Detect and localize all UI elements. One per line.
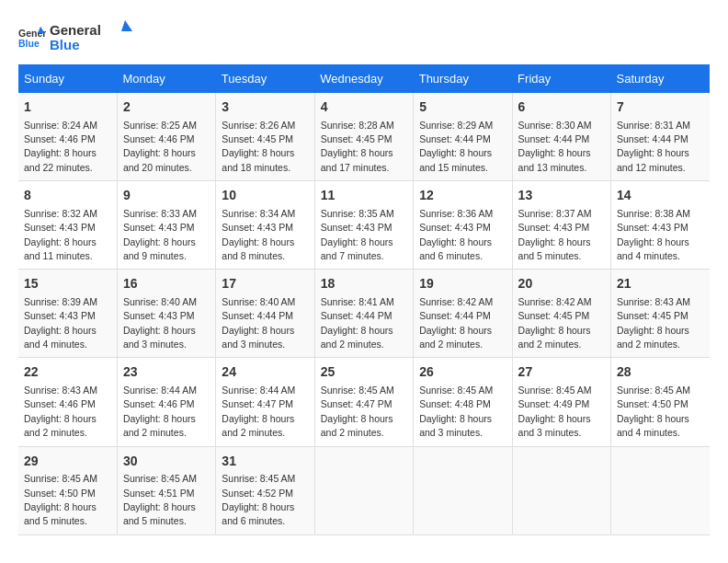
sunset-text: Sunset: 4:46 PM — [123, 133, 195, 144]
sunrise-text: Sunrise: 8:43 AM — [24, 385, 97, 396]
calendar-table: SundayMondayTuesdayWednesdayThursdayFrid… — [18, 64, 710, 535]
day-cell — [611, 446, 710, 534]
daylight-text: Daylight: 8 hours and 18 minutes. — [222, 147, 294, 172]
sunset-text: Sunset: 4:44 PM — [419, 133, 491, 144]
page-header: General Blue General Blue — [18, 18, 710, 55]
day-number: 24 — [222, 363, 308, 382]
sunrise-text: Sunrise: 8:38 AM — [617, 208, 690, 219]
sunset-text: Sunset: 4:46 PM — [24, 398, 96, 409]
sunset-text: Sunset: 4:45 PM — [222, 133, 293, 144]
week-row-5: 29Sunrise: 8:45 AMSunset: 4:50 PMDayligh… — [18, 446, 710, 534]
daylight-text: Daylight: 8 hours and 9 minutes. — [123, 236, 196, 261]
sunrise-text: Sunrise: 8:26 AM — [222, 120, 295, 131]
sunrise-text: Sunrise: 8:42 AM — [518, 296, 592, 307]
day-cell: 9Sunrise: 8:33 AMSunset: 4:43 PMDaylight… — [117, 181, 215, 270]
day-cell — [414, 446, 512, 534]
sunset-text: Sunset: 4:44 PM — [321, 310, 392, 321]
day-number: 2 — [123, 98, 210, 117]
day-number: 10 — [222, 187, 308, 205]
daylight-text: Daylight: 8 hours and 5 minutes. — [123, 501, 196, 526]
sunset-text: Sunset: 4:47 PM — [321, 398, 392, 409]
day-cell: 19Sunrise: 8:42 AMSunset: 4:44 PMDayligh… — [414, 270, 512, 358]
sunset-text: Sunset: 4:44 PM — [419, 310, 491, 321]
day-cell: 8Sunrise: 8:32 AMSunset: 4:43 PMDaylight… — [18, 181, 117, 270]
day-cell: 27Sunrise: 8:45 AMSunset: 4:49 PMDayligh… — [512, 358, 610, 446]
calendar-header-row: SundayMondayTuesdayWednesdayThursdayFrid… — [18, 64, 710, 93]
sunset-text: Sunset: 4:43 PM — [24, 222, 96, 233]
week-row-3: 15Sunrise: 8:39 AMSunset: 4:43 PMDayligh… — [18, 270, 710, 358]
daylight-text: Daylight: 8 hours and 8 minutes. — [222, 236, 294, 261]
svg-text:General: General — [50, 22, 101, 38]
day-cell: 2Sunrise: 8:25 AMSunset: 4:46 PMDaylight… — [117, 93, 215, 181]
day-number: 14 — [617, 187, 704, 205]
day-number: 16 — [123, 275, 210, 293]
daylight-text: Daylight: 8 hours and 7 minutes. — [321, 236, 393, 261]
header-tuesday: Tuesday — [216, 64, 314, 93]
sunrise-text: Sunrise: 8:30 AM — [518, 120, 592, 131]
day-cell: 29Sunrise: 8:45 AMSunset: 4:50 PMDayligh… — [18, 446, 117, 534]
svg-text:Blue: Blue — [18, 38, 40, 49]
day-number: 13 — [518, 187, 605, 205]
sunrise-text: Sunrise: 8:42 AM — [419, 296, 493, 307]
day-number: 23 — [123, 363, 210, 382]
daylight-text: Daylight: 8 hours and 11 minutes. — [24, 236, 97, 261]
day-cell: 13Sunrise: 8:37 AMSunset: 4:43 PMDayligh… — [512, 181, 610, 270]
day-cell: 15Sunrise: 8:39 AMSunset: 4:43 PMDayligh… — [18, 270, 117, 358]
day-number: 29 — [24, 453, 111, 471]
header-thursday: Thursday — [414, 64, 512, 93]
day-cell: 22Sunrise: 8:43 AMSunset: 4:46 PMDayligh… — [18, 358, 117, 446]
header-sunday: Sunday — [18, 64, 117, 93]
sunset-text: Sunset: 4:49 PM — [518, 398, 590, 409]
day-number: 6 — [518, 98, 605, 117]
day-cell — [314, 446, 413, 534]
sunset-text: Sunset: 4:43 PM — [617, 222, 688, 233]
day-number: 28 — [617, 363, 704, 382]
day-cell: 30Sunrise: 8:45 AMSunset: 4:51 PMDayligh… — [117, 446, 215, 534]
sunrise-text: Sunrise: 8:37 AM — [518, 208, 592, 219]
day-number: 25 — [321, 363, 407, 382]
day-number: 9 — [123, 187, 210, 205]
sunrise-text: Sunrise: 8:33 AM — [123, 208, 197, 219]
daylight-text: Daylight: 8 hours and 2 minutes. — [617, 325, 689, 350]
sunrise-text: Sunrise: 8:39 AM — [24, 296, 97, 307]
sunrise-text: Sunrise: 8:25 AM — [123, 120, 197, 131]
daylight-text: Daylight: 8 hours and 17 minutes. — [321, 147, 393, 172]
daylight-text: Daylight: 8 hours and 2 minutes. — [321, 413, 393, 438]
day-number: 5 — [419, 98, 506, 117]
sunrise-text: Sunrise: 8:45 AM — [321, 385, 394, 396]
daylight-text: Daylight: 8 hours and 4 minutes. — [617, 236, 689, 261]
svg-marker-5 — [121, 20, 132, 31]
daylight-text: Daylight: 8 hours and 4 minutes. — [24, 325, 97, 350]
day-cell: 14Sunrise: 8:38 AMSunset: 4:43 PMDayligh… — [611, 181, 710, 270]
sunset-text: Sunset: 4:45 PM — [518, 310, 590, 321]
sunset-text: Sunset: 4:44 PM — [518, 133, 590, 144]
week-row-1: 1Sunrise: 8:24 AMSunset: 4:46 PMDaylight… — [18, 93, 710, 181]
day-cell: 7Sunrise: 8:31 AMSunset: 4:44 PMDaylight… — [611, 93, 710, 181]
header-wednesday: Wednesday — [314, 64, 413, 93]
day-number: 30 — [123, 453, 210, 471]
daylight-text: Daylight: 8 hours and 6 minutes. — [222, 501, 294, 526]
day-number: 11 — [321, 187, 407, 205]
day-number: 19 — [419, 275, 506, 293]
day-cell: 5Sunrise: 8:29 AMSunset: 4:44 PMDaylight… — [414, 93, 512, 181]
day-cell: 18Sunrise: 8:41 AMSunset: 4:44 PMDayligh… — [314, 270, 413, 358]
daylight-text: Daylight: 8 hours and 3 minutes. — [123, 325, 196, 350]
sunset-text: Sunset: 4:46 PM — [24, 133, 96, 144]
daylight-text: Daylight: 8 hours and 22 minutes. — [24, 147, 97, 172]
day-number: 21 — [617, 275, 704, 293]
sunrise-text: Sunrise: 8:31 AM — [617, 120, 690, 131]
day-number: 12 — [419, 187, 506, 205]
sunrise-text: Sunrise: 8:32 AM — [24, 208, 97, 219]
sunrise-text: Sunrise: 8:45 AM — [222, 473, 295, 484]
day-cell: 4Sunrise: 8:28 AMSunset: 4:45 PMDaylight… — [314, 93, 413, 181]
day-cell: 12Sunrise: 8:36 AMSunset: 4:43 PMDayligh… — [414, 181, 512, 270]
sunrise-text: Sunrise: 8:35 AM — [321, 208, 394, 219]
sunset-text: Sunset: 4:50 PM — [24, 488, 96, 499]
sunset-text: Sunset: 4:52 PM — [222, 488, 293, 499]
day-cell: 6Sunrise: 8:30 AMSunset: 4:44 PMDaylight… — [512, 93, 610, 181]
sunrise-text: Sunrise: 8:45 AM — [617, 385, 690, 396]
sunset-text: Sunset: 4:48 PM — [419, 398, 491, 409]
sunrise-text: Sunrise: 8:45 AM — [24, 473, 97, 484]
day-cell: 1Sunrise: 8:24 AMSunset: 4:46 PMDaylight… — [18, 93, 117, 181]
sunset-text: Sunset: 4:50 PM — [617, 398, 688, 409]
